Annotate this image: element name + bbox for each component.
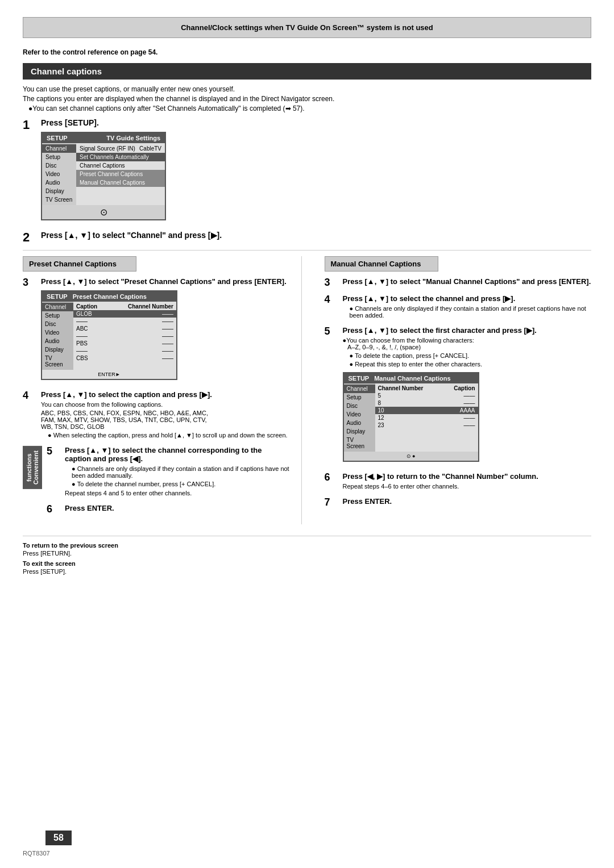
setup-left-setup: Setup <box>42 153 76 161</box>
manual-row-23: 23—— <box>375 422 478 429</box>
preset-row-blank2: ———— <box>73 332 176 340</box>
step-2: 2 Press [▲, ▼] to select "Channel" and p… <box>23 231 591 244</box>
left-step-6-num: 6 <box>47 504 65 515</box>
preset-footer: ENTER► <box>42 370 176 379</box>
manual-screen: SETUP Manual Channel Captions Channel Se… <box>343 372 479 462</box>
setup-screen-body: Channel Setup Disc Video Audio Display T… <box>42 143 165 205</box>
left-step-5-note1: Channels are only displayed if they cont… <box>72 465 290 479</box>
left-step-4-detail: You can choose from the following captio… <box>41 401 290 408</box>
right-step-4-title: Press [▲, ▼] to select the channel and p… <box>343 294 592 303</box>
manual-left-video: Video <box>344 410 375 419</box>
setup-right-menu: Signal Source (RF IN) CableTV Set Channe… <box>76 143 165 205</box>
preset-left-setup: Setup <box>42 311 73 320</box>
manual-row-12: 12—— <box>375 414 478 422</box>
preset-row-glob: GLOB—— <box>73 310 176 318</box>
manual-left-audio: Audio <box>344 419 375 427</box>
right-step-3: 3 Press [▲, ▼] to select "Manual Channel… <box>325 277 592 289</box>
bottom-text-2: Press [SETUP]. <box>23 568 591 575</box>
left-step-3-title: Press [▲, ▼] to select "Preset Channel C… <box>41 277 290 286</box>
sidebar-convenient: Convenient functions <box>23 446 42 489</box>
right-step-5-num: 5 <box>325 326 343 337</box>
step-2-content: Press [▲, ▼] to select "Channel" and pre… <box>41 231 591 242</box>
preset-left-audio: Audio <box>42 337 73 345</box>
preset-row-pbs: PBS—— <box>73 340 176 347</box>
top-notice: Channel/Clock settings when TV Guide On … <box>23 17 591 38</box>
section-header: Channel captions <box>23 63 591 80</box>
left-step-4-captions: ABC, PBS, CBS, CNN, FOX, ESPN, NBC, HBO,… <box>41 410 290 430</box>
step-2-title: Press [▲, ▼] to select "Channel" and pre… <box>41 231 591 240</box>
setup-left-display: Display <box>42 187 76 195</box>
left-step-5-content: Press [▲, ▼] to select the channel corre… <box>65 446 290 498</box>
left-step-4-note: When selecting the caption, press and ho… <box>48 432 290 439</box>
step-1-content: Press [SETUP]. SETUP TV Guide Settings C… <box>41 118 591 225</box>
setup-left-menu: Channel Setup Disc Video Audio Display T… <box>42 143 76 205</box>
preset-row-cbs: CBS—— <box>73 354 176 362</box>
right-step-7: 7 Press ENTER. <box>325 497 592 508</box>
page-wrapper: Channel/Clock settings when TV Guide On … <box>0 0 614 868</box>
manual-right-content: Channel Number Caption 5—— 8—— <box>375 383 478 452</box>
right-step-5-note2: Repeat this step to enter the other char… <box>350 361 592 368</box>
col-right: Manual Channel Captions 3 Press [▲, ▼] t… <box>319 256 592 524</box>
left-steps-5-6: 5 Press [▲, ▼] to select the channel cor… <box>47 446 290 521</box>
manual-footer: ⊙ ● <box>344 452 478 461</box>
setup-source-row: Signal Source (RF IN) CableTV <box>76 144 165 153</box>
setup-screen-title: SETUP TV Guide Settings <box>42 133 165 143</box>
setup-left-audio: Audio <box>42 178 76 187</box>
manual-left-menu: Channel Setup Disc Video Audio Display T… <box>344 383 375 452</box>
step-1: 1 Press [SETUP]. SETUP TV Guide Settings… <box>23 118 591 225</box>
setup-left-video: Video <box>42 170 76 178</box>
manual-screen-title: SETUP Manual Channel Captions <box>344 373 478 383</box>
setup-footer: ⊙ <box>42 205 165 219</box>
top-notice-text: Channel/Clock settings when TV Guide On … <box>181 23 433 32</box>
right-step-7-content: Press ENTER. <box>343 497 592 508</box>
preset-left-channel: Channel <box>42 303 73 311</box>
bottom-label-2: To exit the screen <box>23 560 591 567</box>
refer-line: Refer to the control reference on page 5… <box>23 48 591 56</box>
left-step-5-num: 5 <box>47 446 65 457</box>
right-step-6-num: 6 <box>325 472 343 483</box>
right-step-4-num: 4 <box>325 294 343 306</box>
left-step-4-num: 4 <box>23 390 41 402</box>
right-step-4-note1: Channels are only displayed if they cont… <box>350 305 592 319</box>
preset-left-menu: Channel Setup Disc Video Audio Display T… <box>42 302 73 370</box>
preset-row-blank3: ———— <box>73 347 176 354</box>
step-1-title: Press [SETUP]. <box>41 118 591 127</box>
manual-left-channel: Channel <box>344 385 375 393</box>
right-step-3-content: Press [▲, ▼] to select "Manual Channel C… <box>343 277 592 288</box>
left-step-4-content: Press [▲, ▼] to select the caption and p… <box>41 390 290 440</box>
right-step-6-content: Press [◀, ▶] to return to the "Channel N… <box>343 472 592 491</box>
left-step-6-title: Press ENTER. <box>65 504 290 512</box>
manual-body: Channel Setup Disc Video Audio Display T… <box>344 383 478 452</box>
setup-right-set-channels: Set Channels Automatically <box>76 153 165 161</box>
col-left: Preset Channel Captions 3 Press [▲, ▼] t… <box>23 256 302 524</box>
left-step-6-content: Press ENTER. <box>65 504 290 515</box>
setup-left-disc: Disc <box>42 161 76 170</box>
right-step-7-num: 7 <box>325 497 343 508</box>
bottom-section: To return to the previous screen Press [… <box>23 536 591 575</box>
model-number: RQT8307 <box>23 850 50 857</box>
right-step-7-title: Press ENTER. <box>343 497 592 506</box>
preset-left-display: Display <box>42 345 73 354</box>
setup-right-preset: Preset Channel Captions <box>76 170 165 178</box>
bullet-text-1: ●You can set channel captions only after… <box>28 105 591 112</box>
manual-left-setup: Setup <box>344 393 375 402</box>
setup-right-channel-captions: Channel Captions <box>76 161 165 170</box>
intro-text-1: You can use the preset captions, or manu… <box>23 85 591 93</box>
manual-row-10: 10AAAA <box>375 407 478 414</box>
right-step-4-content: Press [▲, ▼] to select the channel and p… <box>343 294 592 320</box>
left-step-6: 6 Press ENTER. <box>47 504 290 515</box>
preset-row-blank1: ———— <box>73 318 176 325</box>
manual-left-display: Display <box>344 427 375 436</box>
col-left-header: Preset Channel Captions <box>23 256 136 272</box>
left-step-3-content: Press [▲, ▼] to select "Preset Channel C… <box>41 277 290 385</box>
setup-screen: SETUP TV Guide Settings Channel Setup Di… <box>41 132 166 220</box>
right-step-6: 6 Press [◀, ▶] to return to the "Channel… <box>325 472 592 491</box>
preset-body: Channel Setup Disc Video Audio Display T… <box>42 302 176 370</box>
bottom-label-1: To return to the previous screen <box>23 542 591 549</box>
left-step-5-note2: To delete the channel number, press [+ C… <box>72 481 290 487</box>
manual-row-8: 8—— <box>375 399 478 407</box>
preset-col-headers: Caption Channel Number <box>73 303 176 310</box>
right-step-4: 4 Press [▲, ▼] to select the channel and… <box>325 294 592 320</box>
left-step-3: 3 Press [▲, ▼] to select "Preset Channel… <box>23 277 290 385</box>
left-step-5: 5 Press [▲, ▼] to select the channel cor… <box>47 446 290 498</box>
